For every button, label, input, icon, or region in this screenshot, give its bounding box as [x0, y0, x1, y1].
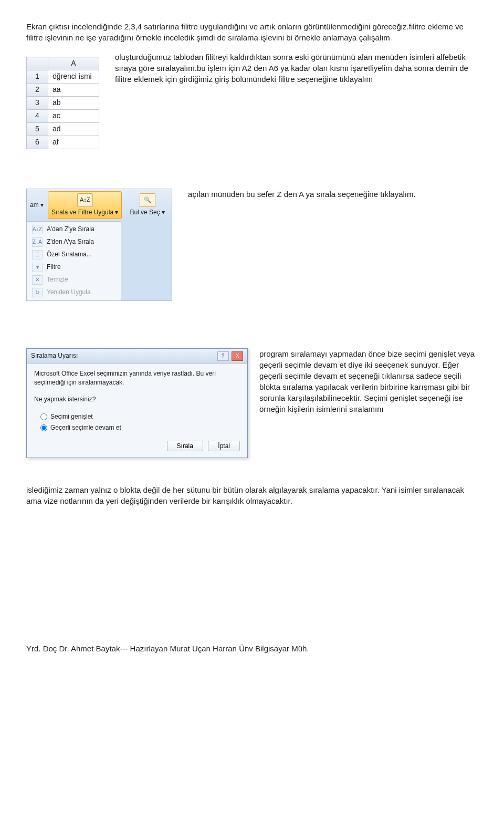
dialog-question: Ne yapmak istersiniz?: [34, 395, 240, 404]
excel-row-header[interactable]: 4: [27, 110, 48, 123]
sort-warning-dialog: Sıralama Uyarısı ? X Microsoft Office Ex…: [26, 348, 248, 458]
menu-sort-az[interactable]: A↓Z A'dan Z'ye Sırala: [27, 223, 121, 236]
menu-label: Z'den A'ya Sırala: [47, 237, 94, 246]
az-sort-icon: A↓Z: [32, 225, 43, 234]
ribbon-left-label[interactable]: am ▾: [30, 201, 44, 210]
radio-continue-label: Geçerli seçimle devam et: [50, 423, 121, 432]
radio-expand-input[interactable]: [40, 413, 47, 420]
menu-sort-za[interactable]: Z↓A Z'den A'ya Sırala: [27, 236, 121, 248]
za-sort-icon: Z↓A: [32, 237, 43, 247]
excel-cell[interactable]: aa: [48, 84, 99, 97]
excel-section: A 1öğrenci ismi 2aa 3ab 4ac 5ad 6af oluş…: [26, 51, 478, 162]
menu-label: Yeniden Uygula: [47, 288, 91, 297]
after-dialog-paragraph: islediğimiz zaman yalnız o blokta değil …: [26, 484, 478, 506]
dialog-side-text: program sıralamayı yapmadan önce bize se…: [259, 348, 478, 417]
find-select-label: Bul ve Seç ▾: [130, 208, 165, 217]
excel-row-header[interactable]: 1: [27, 70, 48, 84]
excel-cell[interactable]: öğrenci ismi: [48, 70, 99, 84]
help-button[interactable]: ?: [217, 351, 229, 361]
page-footer: Yrd. Doç Dr. Ahmet Baytak--- Hazırlayan …: [26, 643, 478, 654]
binoculars-icon: 🔍: [140, 193, 155, 207]
close-button[interactable]: X: [232, 351, 243, 361]
dialog-side-text-line: program sıralamayı yapmadan önce bize se…: [259, 348, 478, 414]
intro-paragraph: Ekran çıktısı incelendiğinde 2,3,4 satır…: [26, 21, 478, 43]
excel-row-header[interactable]: 3: [27, 97, 48, 110]
dialog-titlebar[interactable]: Sıralama Uyarısı ? X: [27, 349, 247, 364]
menu-reapply: ↻ Yeniden Uygula: [27, 286, 121, 299]
radio-expand-label: Seçimi genişlet: [50, 412, 93, 421]
dialog-buttons: Sırala İptal: [27, 441, 247, 458]
excel-row-header[interactable]: 5: [27, 123, 48, 136]
ribbon-side-text: açılan münüden bu sefer Z den A ya sıral…: [188, 189, 478, 200]
window-buttons: ? X: [216, 351, 243, 361]
excel-row-header[interactable]: 2: [27, 84, 48, 97]
menu-label: Filtre: [47, 263, 61, 272]
sort-menu: A↓Z A'dan Z'ye Sırala Z↓A Z'den A'ya Sır…: [27, 221, 121, 300]
sort-filter-button[interactable]: A↕Z Sırala ve Filtre Uygula ▾: [48, 191, 122, 219]
dialog-message: Microsoft Office Excel seçiminizin yanın…: [34, 369, 240, 387]
excel-cell[interactable]: ab: [48, 97, 99, 110]
sort-filter-label: Sırala ve Filtre Uygula ▾: [51, 208, 118, 217]
custom-sort-icon: ≣: [32, 250, 43, 260]
menu-label: Temizle: [47, 275, 68, 284]
ribbon-figure: am ▾ A↕Z Sırala ve Filtre Uygula ▾ 🔍 Bul…: [26, 189, 172, 301]
menu-clear: ✕ Temizle: [27, 274, 121, 286]
radio-expand[interactable]: Seçimi genişlet: [40, 412, 240, 421]
find-select-button[interactable]: 🔍 Bul ve Seç ▾: [126, 191, 169, 219]
menu-filter[interactable]: ▾ Filtre: [27, 261, 121, 274]
ribbon-top: am ▾ A↕Z Sırala ve Filtre Uygula ▾ 🔍 Bul…: [27, 189, 172, 221]
clear-icon: ✕: [32, 275, 43, 285]
excel-col-header[interactable]: A: [48, 57, 99, 70]
menu-label: A'dan Z'ye Sırala: [47, 225, 94, 234]
radio-continue-input[interactable]: [40, 424, 47, 431]
excel-side-text: oluşturduğumuz tablodan filitreyi kaldır…: [115, 51, 478, 85]
dialog-section: Sıralama Uyarısı ? X Microsoft Office Ex…: [26, 348, 478, 458]
excel-cell[interactable]: ac: [48, 110, 99, 123]
dialog-body: Microsoft Office Excel seçiminizin yanın…: [27, 364, 247, 441]
excel-table: A 1öğrenci ismi 2aa 3ab 4ac 5ad 6af: [26, 57, 99, 149]
excel-cell[interactable]: ad: [48, 123, 99, 136]
menu-label: Özel Sıralama...: [47, 250, 92, 259]
sort-button[interactable]: Sırala: [167, 441, 203, 451]
reapply-icon: ↻: [32, 288, 43, 297]
ribbon-section: am ▾ A↕Z Sırala ve Filtre Uygula ▾ 🔍 Bul…: [26, 189, 478, 322]
excel-cell[interactable]: af: [48, 136, 99, 149]
radio-continue[interactable]: Geçerli seçimle devam et: [40, 423, 240, 432]
cancel-button[interactable]: İptal: [208, 441, 240, 451]
filter-icon: ▾: [32, 263, 43, 272]
sort-icon: A↕Z: [77, 193, 93, 207]
excel-corner[interactable]: [27, 57, 48, 70]
excel-row-header[interactable]: 6: [27, 136, 48, 149]
dialog-title: Sıralama Uyarısı: [31, 351, 78, 360]
menu-custom-sort[interactable]: ≣ Özel Sıralama...: [27, 248, 121, 261]
